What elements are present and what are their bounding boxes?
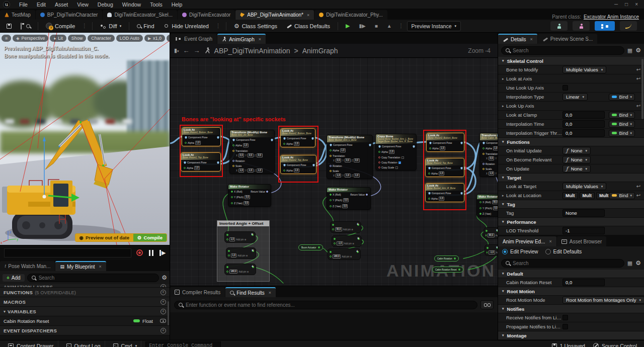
tab-abp-digitwinanimation[interactable]: ABP_DigiTwinAnimation*×	[235, 10, 314, 20]
browse-button[interactable]	[17, 22, 34, 31]
settings-gear-icon[interactable]: ⚙	[635, 260, 641, 266]
timeline-scrub-area[interactable]	[4, 248, 131, 257]
add-pin-button[interactable]: Add pin ⊕	[496, 251, 498, 254]
vector-pin-icon[interactable]	[232, 150, 234, 152]
anim-section-root-motion[interactable]: ▾Root Motion	[498, 287, 644, 296]
value-pin-icon[interactable]	[482, 163, 485, 165]
console-command-input[interactable]	[145, 341, 221, 347]
pin-value[interactable]: 1,0	[340, 148, 346, 152]
variable-getter-cabin-rotation[interactable]: Cabin Rotation	[434, 255, 459, 262]
find-references-input[interactable]	[186, 302, 473, 308]
value-input[interactable]: -1	[562, 227, 605, 234]
expander-icon[interactable]: ▸	[502, 104, 506, 108]
add-icon[interactable]: +	[160, 299, 166, 305]
details-section-target[interactable]: ▾Target	[498, 173, 644, 182]
variable-row[interactable]: Cabin Rotation ResetFloat	[0, 316, 170, 326]
menu-tools[interactable]: Tools	[146, 1, 167, 8]
vector-pin-icon[interactable]	[330, 155, 332, 157]
pose-pin-icon[interactable]	[482, 142, 485, 144]
pin-value[interactable]: 1,0	[248, 168, 253, 172]
pose-pin-icon[interactable]	[369, 144, 371, 146]
pose-pin-icon[interactable]	[413, 145, 415, 148]
reset-to-default-icon[interactable]: ↩	[635, 76, 642, 81]
reset-to-default-icon[interactable]: ↩	[635, 184, 642, 189]
tab-close-icon[interactable]: ×	[99, 264, 102, 269]
compile-button[interactable]: Compile	[42, 21, 78, 31]
vector-pin-icon[interactable]	[482, 168, 485, 170]
pin-value[interactable]: 0,0	[493, 206, 498, 210]
vector-pin-icon[interactable]	[232, 165, 234, 167]
checkbox[interactable]	[562, 85, 568, 91]
pin-value[interactable]: 0,0	[345, 158, 350, 162]
blueprint-mode-button[interactable]	[595, 21, 615, 31]
rotator-pin-icon[interactable]	[266, 191, 268, 193]
mult-button[interactable]: Mult	[580, 192, 595, 199]
value-pin-icon[interactable]	[428, 198, 430, 200]
add-pin-button[interactable]: Add pin ⊕	[236, 238, 246, 241]
mesh-mode-button[interactable]	[573, 21, 590, 31]
checkbox[interactable]	[562, 324, 568, 329]
tab-details[interactable]: Details×	[498, 34, 537, 44]
graph-node-look-at[interactable]: Look AtBone: Piston1_Top_BoneComponent P…	[181, 152, 221, 171]
menu-edit[interactable]: Edit	[33, 1, 50, 8]
add-icon[interactable]: +	[160, 284, 166, 288]
pin-value[interactable]: 0,0	[342, 204, 348, 208]
cmd-dropdown[interactable]: Cmd▾	[109, 340, 142, 347]
pin-value[interactable]: 180,0	[333, 254, 341, 258]
tab-find-results[interactable]: Find Results×	[225, 287, 276, 297]
pin-checkbox[interactable]: ✓	[398, 161, 401, 164]
input-pin-icon[interactable]	[486, 230, 488, 232]
bind-dropdown[interactable]: Bind▾	[609, 94, 635, 101]
checkbox[interactable]	[562, 315, 568, 320]
bind-dropdown[interactable]: Bind▾	[609, 192, 635, 199]
bind-dropdown[interactable]: Bind▾	[609, 112, 635, 119]
value-pin-icon[interactable]	[378, 151, 380, 153]
frame-skip-button[interactable]: ▮▶	[355, 22, 369, 30]
anim-section-default[interactable]: ▾Default	[498, 270, 644, 278]
pin-value[interactable]: 1,0	[493, 146, 498, 150]
pin-value[interactable]: -1,0	[337, 241, 343, 245]
eject-button[interactable]: ▲	[383, 22, 395, 30]
preview-out-of-date-button[interactable]: ◉Preview out of date	[75, 234, 133, 241]
preview-viewport[interactable]: z y x ≡ ◈Perspective ●Lit Show Character…	[0, 33, 170, 245]
find-in-blueprints-button[interactable]	[480, 300, 494, 309]
menu-view[interactable]: View	[73, 1, 93, 8]
source-control-button[interactable]: Source Control	[593, 343, 637, 347]
value-pin-icon[interactable]	[231, 196, 233, 198]
settings-gear-icon[interactable]: ⚙	[162, 275, 167, 281]
pin-value[interactable]: 0,0	[245, 195, 250, 199]
dropdown[interactable]: Linear▾	[562, 93, 588, 101]
add-icon[interactable]: +	[160, 328, 166, 333]
character-dropdown[interactable]: Character	[88, 35, 115, 42]
bool-pin-icon[interactable]	[378, 161, 380, 163]
eye-icon[interactable]	[160, 319, 166, 323]
tab-anim-preview-editor[interactable]: Anim Preview Ed...×	[498, 236, 556, 246]
input-pin-icon[interactable]	[226, 266, 228, 268]
details-section-functions[interactable]: ▾Functions	[498, 138, 644, 146]
details-section-performance[interactable]: ▾Performance	[498, 218, 644, 226]
value-pin-icon[interactable]	[184, 167, 186, 169]
input-pin-icon[interactable]	[330, 251, 332, 253]
graph-node-look-at[interactable]: Look AtBone: Bucket_Arm_R_BoneComponent …	[425, 183, 464, 202]
pin-value[interactable]: 0,0	[248, 153, 253, 157]
graph-node-look-at[interactable]: Look AtBone: Piston3_Top_BoneComponent P…	[425, 158, 464, 177]
viewport-menu-button[interactable]: ≡	[2, 35, 11, 42]
perspective-dropdown[interactable]: ◈Perspective	[13, 35, 48, 42]
graph-node-look-at[interactable]: Look AtBone: Piston2_Top_BoneComponent P…	[280, 155, 316, 174]
pin-value[interactable]: 1,0	[229, 237, 235, 241]
pose-pin-icon[interactable]	[460, 142, 463, 144]
sidebar-item-event-dispatchers[interactable]: EVENT DISPATCHERS+	[0, 326, 170, 335]
pin-value[interactable]: 1,0	[439, 197, 444, 201]
pin-value[interactable]: 1,0	[294, 168, 299, 172]
class-settings-button[interactable]: ⚙Class Settings	[230, 22, 281, 31]
graph-node-look-at[interactable]: Look AtBone: Piston3_Bottom_BoneComponen…	[426, 133, 464, 152]
details-section-tag[interactable]: ▾Tag	[498, 200, 644, 209]
details-search-input[interactable]	[513, 48, 620, 53]
value-pin-icon[interactable]	[232, 160, 234, 162]
bookmark-icon[interactable]: ▮▾	[174, 47, 179, 54]
value-input[interactable]: 0,0	[562, 129, 605, 137]
input-pin-icon[interactable]	[487, 247, 489, 249]
tab-animgraph[interactable]: AnimGraph×	[217, 34, 266, 44]
add-pin-button[interactable]: Add pin ⊕	[342, 255, 352, 258]
skeleton-mode-button[interactable]	[550, 21, 568, 31]
